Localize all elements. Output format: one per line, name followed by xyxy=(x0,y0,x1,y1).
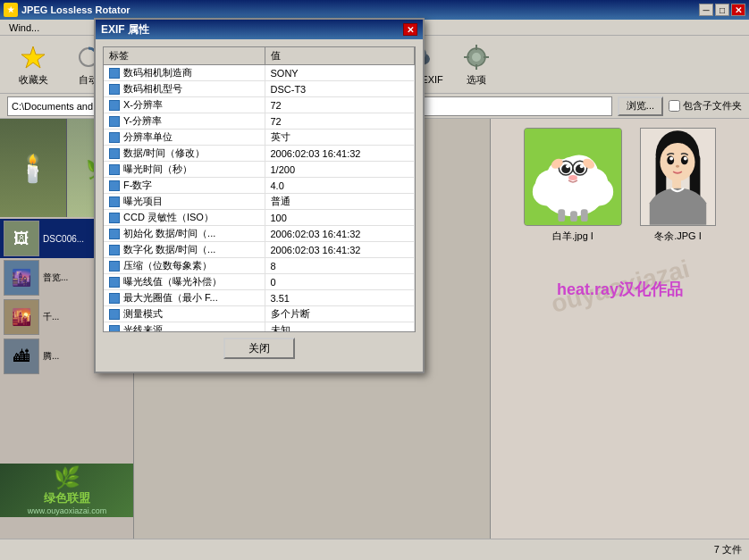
tag-icon xyxy=(109,116,120,127)
table-row[interactable]: 光线来源 未知 xyxy=(104,322,415,333)
exif-value-cell: 72 xyxy=(265,113,415,130)
dialog-footer: 关闭 xyxy=(103,332,416,364)
table-row[interactable]: 数码相机制造商 SONY xyxy=(104,65,415,81)
tag-icon xyxy=(109,196,120,207)
exif-tag-cell: CCD 灵敏性（ISO） xyxy=(104,210,265,226)
tag-icon xyxy=(109,180,120,191)
tag-icon xyxy=(109,84,120,95)
exif-value-cell: 3.51 xyxy=(265,290,415,306)
tag-icon xyxy=(109,293,120,304)
col-tag-header: 标签 xyxy=(104,47,265,65)
table-row[interactable]: Y-分辨率 72 xyxy=(104,113,415,130)
table-row[interactable]: 数码相机型号 DSC-T3 xyxy=(104,81,415,97)
table-row[interactable]: CCD 灵敏性（ISO） 100 xyxy=(104,210,415,226)
exif-dialog: EXIF 属性 ✕ 标签 值 数码相机制造商 SONY xyxy=(94,18,425,373)
exif-tag-cell: 数据/时间（修改） xyxy=(104,146,265,162)
table-row[interactable]: 初始化 数据/时间（... 2006:02:03 16:41:32 xyxy=(104,226,415,242)
col-value-header: 值 xyxy=(265,47,415,65)
table-row[interactable]: 数据/时间（修改） 2006:02:03 16:41:32 xyxy=(104,146,415,162)
tag-icon xyxy=(109,100,120,111)
exif-tag-cell: X-分辨率 xyxy=(104,97,265,113)
table-row[interactable]: F-数字 4.0 xyxy=(104,178,415,194)
exif-value-cell: DSC-T3 xyxy=(265,81,415,97)
table-row[interactable]: X-分辨率 72 xyxy=(104,97,415,113)
tag-icon xyxy=(109,325,120,332)
tag-icon xyxy=(109,148,120,159)
dialog-overlay: EXIF 属性 ✕ 标签 值 数码相机制造商 SONY xyxy=(0,0,749,560)
exif-value-cell: 英寸 xyxy=(265,130,415,146)
exif-value-cell: 8 xyxy=(265,258,415,274)
exif-value-cell: 72 xyxy=(265,97,415,113)
dialog-close-icon[interactable]: ✕ xyxy=(403,23,417,36)
tag-icon xyxy=(109,277,120,288)
table-row[interactable]: 曝光时间（秒） 1/200 xyxy=(104,162,415,178)
table-row[interactable]: 压缩（位数每象素） 8 xyxy=(104,258,415,274)
table-row[interactable]: 最大光圈值（最小 F... 3.51 xyxy=(104,290,415,306)
table-row[interactable]: 测量模式 多个片断 xyxy=(104,306,415,322)
exif-value-cell: SONY xyxy=(265,65,415,81)
exif-tag-cell: 最大光圈值（最小 F... xyxy=(104,290,265,306)
table-row[interactable]: 分辨率单位 英寸 xyxy=(104,130,415,146)
exif-value-cell: 2006:02:03 16:41:32 xyxy=(265,226,415,242)
exif-tag-cell: 数码相机制造商 xyxy=(104,65,265,81)
exif-tag-cell: 分辨率单位 xyxy=(104,130,265,146)
tag-icon xyxy=(109,245,120,255)
exif-tag-cell: 曝光时间（秒） xyxy=(104,162,265,178)
exif-tag-cell: 压缩（位数每象素） xyxy=(104,258,265,274)
table-row[interactable]: 曝光线值（曝光补偿） 0 xyxy=(104,274,415,290)
tag-icon xyxy=(109,229,120,239)
tag-icon xyxy=(109,132,120,143)
tag-icon xyxy=(109,164,120,175)
exif-tag-cell: 数码相机型号 xyxy=(104,81,265,97)
dialog-close-button[interactable]: 关闭 xyxy=(223,338,295,359)
exif-value-cell: 多个片断 xyxy=(265,306,415,322)
dialog-content: 标签 值 数码相机制造商 SONY 数码相机型号 DSC-T3 X-分辨率 72 xyxy=(96,39,423,372)
exif-tag-cell: 曝光线值（曝光补偿） xyxy=(104,274,265,290)
exif-value-cell: 100 xyxy=(265,210,415,226)
exif-tag-cell: 测量模式 xyxy=(104,306,265,322)
exif-value-cell: 4.0 xyxy=(265,178,415,194)
exif-value-cell: 2006:02:03 16:41:32 xyxy=(265,242,415,258)
exif-value-cell: 1/200 xyxy=(265,162,415,178)
dialog-title-bar: EXIF 属性 ✕ xyxy=(96,20,423,39)
exif-tag-cell: 曝光项目 xyxy=(104,194,265,210)
exif-value-cell: 2006:02:03 16:41:32 xyxy=(265,146,415,162)
table-row[interactable]: 数字化 数据/时间（... 2006:02:03 16:41:32 xyxy=(104,242,415,258)
dialog-title: EXIF 属性 xyxy=(101,22,403,38)
exif-tag-cell: 数字化 数据/时间（... xyxy=(104,242,265,258)
table-row[interactable]: 曝光项目 普通 xyxy=(104,194,415,210)
exif-tag-cell: 光线来源 xyxy=(104,322,265,333)
tag-icon xyxy=(109,213,120,223)
exif-table: 标签 值 数码相机制造商 SONY 数码相机型号 DSC-T3 X-分辨率 72 xyxy=(104,47,415,332)
exif-table-container[interactable]: 标签 值 数码相机制造商 SONY 数码相机型号 DSC-T3 X-分辨率 72 xyxy=(103,46,416,332)
exif-tag-cell: 初始化 数据/时间（... xyxy=(104,226,265,242)
tag-icon xyxy=(109,309,120,320)
exif-value-cell: 0 xyxy=(265,274,415,290)
tag-icon xyxy=(109,261,120,272)
exif-tag-cell: Y-分辨率 xyxy=(104,113,265,130)
exif-value-cell: 未知 xyxy=(265,322,415,333)
tag-icon xyxy=(109,68,120,79)
exif-value-cell: 普通 xyxy=(265,194,415,210)
exif-tag-cell: F-数字 xyxy=(104,178,265,194)
